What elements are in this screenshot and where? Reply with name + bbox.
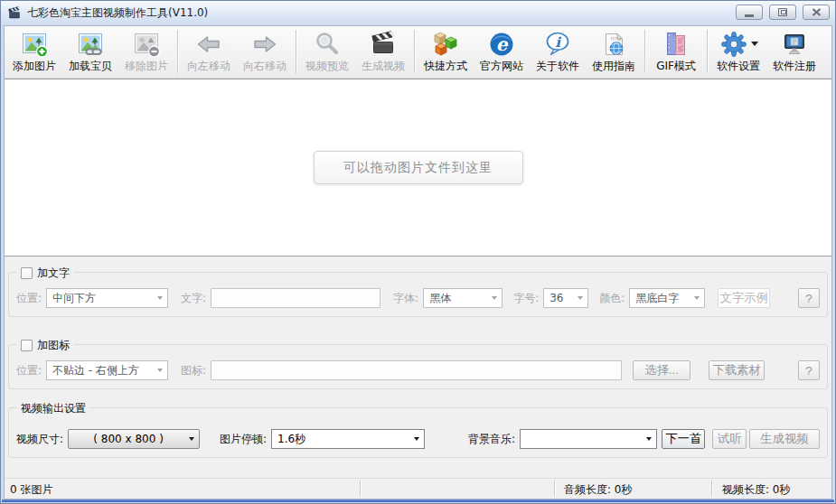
font-label: 字体: <box>393 291 418 306</box>
statusbar-separator <box>360 481 361 497</box>
toolbar-button-label: 软件设置 <box>717 60 760 73</box>
toolbar-button-move-left[interactable]: 向左移动 <box>181 28 237 76</box>
add-text-title: 加文字 <box>37 266 70 281</box>
color-select[interactable]: 黑底白字 <box>629 288 705 308</box>
statusbar-separator <box>554 481 555 497</box>
generate-video-button[interactable]: 生成视频 <box>749 429 820 449</box>
add-icon-row: 位置: 不贴边 - 右侧上方 图标: 选择... 下载素材 ? <box>16 360 820 380</box>
close-button[interactable] <box>803 5 830 20</box>
toolbar-button-remove-image[interactable]: 移除图片 <box>118 28 174 76</box>
text-input[interactable] <box>211 288 380 308</box>
icon-label: 图标: <box>181 363 206 378</box>
toolbar-button-label: 快捷方式 <box>424 60 467 73</box>
move-left-icon <box>194 30 223 59</box>
add-icon-checkbox[interactable] <box>21 340 33 351</box>
toolbar-button-user-guide[interactable]: HTTP 使用指南 <box>586 28 642 76</box>
toolbar-button-label: 软件注册 <box>773 60 816 73</box>
add-text-row: 位置: 中间下方 文字: 字体: 黑体 字号: 36 颜色: <box>16 288 820 308</box>
toolbar-button-about[interactable]: i 关于软件 <box>530 28 586 76</box>
text-position-select[interactable]: 中间下方 <box>46 288 168 308</box>
image-pause-select[interactable]: 1.6秒 <box>271 429 425 449</box>
shortcut-cubes-icon <box>431 30 460 59</box>
toolbar-button-label: 生成视频 <box>362 60 405 73</box>
font-select[interactable]: 黑体 <box>423 288 503 308</box>
generate-video-icon <box>369 30 398 59</box>
toolbar-button-label: 添加图片 <box>13 60 56 73</box>
font-size-select[interactable]: 36 <box>543 288 588 308</box>
toolbar-button-gif-mode[interactable]: GIF模式 <box>648 28 704 76</box>
statusbar-separator <box>711 481 712 497</box>
icon-position-label: 位置: <box>16 363 42 378</box>
add-text-section: 加文字 位置: 中间下方 文字: 字体: 黑体 字号: 36 <box>8 272 828 317</box>
font-size-value: 36 <box>550 292 563 304</box>
toolbar-separator <box>296 30 296 73</box>
add-text-header: 加文字 <box>16 266 74 280</box>
toolbar: 添加图片 <box>5 26 831 79</box>
toolbar-button-label: 移除图片 <box>125 60 168 73</box>
settings-gear-icon <box>719 30 748 59</box>
user-guide-icon: HTTP <box>599 30 628 59</box>
icon-position-value: 不贴边 - 右侧上方 <box>52 363 139 378</box>
register-monitor-icon <box>780 30 809 59</box>
image-list-area[interactable]: 可以拖动图片文件到这里 <box>5 79 831 257</box>
next-song-button[interactable]: 下一首 <box>662 429 705 449</box>
toolbar-button-generate-video[interactable]: 生成视频 <box>355 28 411 76</box>
dropzone-hint: 可以拖动图片文件到这里 <box>314 151 523 184</box>
icon-select-button[interactable]: 选择... <box>633 360 690 380</box>
gif-mode-icon <box>662 30 690 59</box>
font-size-label: 字号: <box>513 291 539 306</box>
toolbar-button-label: 加载宝贝 <box>69 60 112 73</box>
toolbar-button-label: GIF模式 <box>656 60 696 73</box>
minimize-icon <box>745 14 754 17</box>
minimize-button[interactable] <box>736 5 763 20</box>
chevron-down-icon <box>189 437 194 443</box>
maximize-icon <box>778 8 787 16</box>
chevron-down-icon <box>157 296 163 303</box>
remove-image-icon <box>132 30 161 59</box>
load-item-icon <box>76 30 105 59</box>
text-label: 文字: <box>181 291 206 306</box>
toolbar-separator <box>414 30 415 73</box>
add-icon-section: 加图标 位置: 不贴边 - 右侧上方 图标: 选择... 下载素材 ? <box>8 344 828 389</box>
chevron-down-icon <box>414 437 419 443</box>
toolbar-button-add-image[interactable]: 添加图片 <box>6 28 62 76</box>
toolbar-separator <box>707 30 708 73</box>
client-area: 添加图片 <box>4 25 832 499</box>
about-info-icon: i <box>543 30 572 59</box>
text-position-label: 位置: <box>16 291 42 306</box>
statusbar: 0 张图片 音频长度: 0秒 视频长度: 0秒 <box>5 478 831 499</box>
toolbar-button-shortcut[interactable]: 快捷方式 <box>418 28 474 76</box>
icon-help-button[interactable]: ? <box>798 360 820 380</box>
image-pause-label: 图片停顿: <box>220 432 267 447</box>
toolbar-button-register[interactable]: 软件注册 <box>766 28 822 76</box>
toolbar-button-settings[interactable]: 软件设置 <box>710 28 766 76</box>
toolbar-button-video-preview[interactable]: 视频预览 <box>299 28 355 76</box>
download-material-button[interactable]: 下载素材 <box>709 360 765 380</box>
toolbar-button-move-right[interactable]: 向右移动 <box>237 28 293 76</box>
icon-path-input[interactable] <box>211 360 622 380</box>
icon-position-select[interactable]: 不贴边 - 右侧上方 <box>46 360 168 380</box>
toolbar-button-load-item[interactable]: 加载宝贝 <box>62 28 118 76</box>
video-preview-icon <box>313 30 342 59</box>
add-image-icon <box>20 30 49 59</box>
toolbar-button-label: 使用指南 <box>592 60 635 73</box>
video-size-label: 视频尺寸: <box>16 432 63 447</box>
text-position-value: 中间下方 <box>52 291 96 306</box>
dropdown-arrow-icon <box>751 42 758 50</box>
toolbar-button-official-website[interactable]: e 官方网站 <box>474 28 530 76</box>
move-right-icon <box>250 30 279 59</box>
chevron-down-icon <box>646 437 652 443</box>
add-icon-header: 加图标 <box>16 338 74 352</box>
toolbar-separator <box>644 30 645 73</box>
audition-button[interactable]: 试听 <box>712 429 747 449</box>
add-text-checkbox[interactable] <box>21 267 33 279</box>
video-size-select[interactable]: ( 800 x 800 ) <box>68 429 200 449</box>
maximize-button[interactable] <box>769 5 796 20</box>
color-label: 颜色: <box>599 291 625 306</box>
titlebar: 七彩色淘宝主图视频制作工具(V11.0) <box>1 1 835 25</box>
background-music-select[interactable] <box>520 429 657 449</box>
font-value: 黑体 <box>429 291 451 306</box>
chevron-down-icon <box>694 296 700 303</box>
text-sample-button[interactable]: 文字示例 <box>718 288 770 308</box>
text-help-button[interactable]: ? <box>798 288 820 308</box>
